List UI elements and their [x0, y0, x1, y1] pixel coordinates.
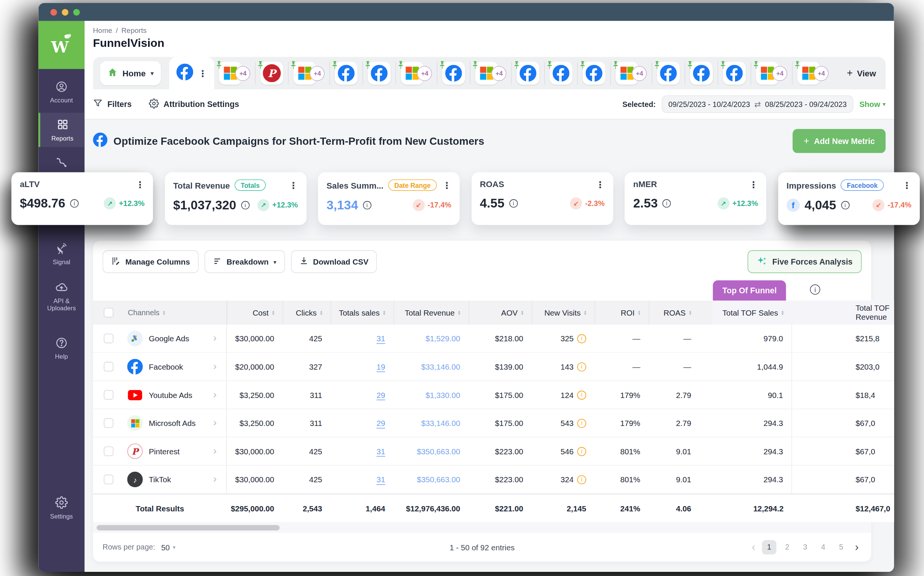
- column-header-total-tof-sales[interactable]: Total TOF Sales▴▾: [713, 301, 792, 325]
- column-header-new-visits[interactable]: New Visits▴▾: [532, 301, 595, 325]
- tab-platforms-group[interactable]: +4: [751, 62, 792, 85]
- sidebar-item-account[interactable]: Account: [38, 75, 85, 109]
- sort-icon[interactable]: ▴▾: [383, 310, 385, 315]
- tab-facebook[interactable]: [686, 62, 718, 85]
- row-checkbox[interactable]: [104, 362, 114, 371]
- info-icon[interactable]: i: [577, 362, 586, 371]
- breadcrumb-reports[interactable]: Reports: [121, 26, 147, 35]
- tab-facebook[interactable]: [652, 62, 685, 85]
- sidebar-item-signal[interactable]: Signal: [38, 236, 85, 270]
- tab-platforms-group[interactable]: +4: [289, 62, 329, 85]
- row-checkbox[interactable]: [104, 418, 114, 428]
- info-icon[interactable]: i: [841, 201, 849, 210]
- select-all-checkbox[interactable]: [104, 308, 114, 317]
- tab-menu-kebab-icon[interactable]: ⋮: [198, 69, 208, 78]
- info-icon[interactable]: i: [70, 199, 78, 208]
- column-header-roas[interactable]: ROAS▴▾: [649, 301, 700, 325]
- page-button-2[interactable]: 2: [780, 540, 795, 554]
- info-icon[interactable]: i: [241, 201, 249, 210]
- info-icon[interactable]: i: [577, 475, 586, 484]
- info-icon[interactable]: i: [509, 199, 517, 208]
- kebab-menu-icon[interactable]: ⋮: [749, 180, 758, 189]
- add-new-metric-button[interactable]: + Add New Metric: [793, 129, 886, 153]
- tab-facebook-active[interactable]: ⋮: [169, 57, 214, 90]
- sort-icon[interactable]: ▴▾: [272, 310, 274, 315]
- kebab-menu-icon[interactable]: ⋮: [136, 180, 145, 189]
- expand-row-chevron-icon[interactable]: ›: [213, 474, 217, 486]
- column-header-totals-sales[interactable]: Totals sales▴▾: [331, 301, 394, 325]
- sort-icon[interactable]: ▴▾: [689, 310, 691, 315]
- kebab-menu-icon[interactable]: ⋮: [902, 181, 911, 190]
- column-header-clicks[interactable]: Clicks▴▾: [283, 301, 331, 325]
- cell-value[interactable]: 31: [376, 447, 385, 456]
- tab-platforms-group[interactable]: +4: [793, 62, 834, 85]
- tab-home[interactable]: Home ▾: [100, 61, 161, 85]
- cell-value[interactable]: 19: [376, 362, 385, 371]
- kebab-menu-icon[interactable]: ⋮: [442, 181, 451, 190]
- tab-facebook[interactable]: [578, 62, 611, 85]
- channel-cell[interactable]: PPinterest›: [114, 437, 227, 465]
- info-icon[interactable]: i: [363, 201, 371, 210]
- row-checkbox[interactable]: [104, 334, 114, 343]
- column-header-roi[interactable]: ROI▴▾: [595, 301, 649, 325]
- tab-facebook[interactable]: [512, 62, 545, 85]
- cell-value[interactable]: 31: [376, 475, 385, 484]
- page-button-3[interactable]: 3: [798, 540, 812, 554]
- info-icon[interactable]: i: [577, 334, 586, 343]
- column-header-aov[interactable]: AOV▴▾: [468, 301, 532, 325]
- row-checkbox[interactable]: [104, 446, 114, 456]
- tab-facebook[interactable]: [363, 62, 396, 85]
- breakdown-button[interactable]: Breakdown ▾: [205, 250, 285, 273]
- maximize-window-button[interactable]: [73, 9, 80, 15]
- info-icon[interactable]: i: [577, 418, 586, 427]
- info-icon[interactable]: i: [662, 199, 671, 208]
- add-view-button[interactable]: + View: [847, 67, 879, 79]
- sidebar-item-settings[interactable]: Settings: [38, 491, 85, 525]
- manage-columns-button[interactable]: Manage Columns: [102, 250, 198, 273]
- page-button-5[interactable]: 5: [834, 540, 849, 554]
- kebab-menu-icon[interactable]: ⋮: [596, 180, 605, 189]
- cell-value[interactable]: 31: [376, 334, 385, 343]
- cell-value[interactable]: 29: [376, 418, 385, 427]
- sort-icon[interactable]: ▴▾: [638, 310, 640, 315]
- sort-icon[interactable]: ▴▾: [320, 310, 322, 315]
- sort-icon[interactable]: ▴▾: [459, 310, 460, 315]
- info-icon[interactable]: i: [577, 390, 586, 400]
- channel-cell[interactable]: Facebook›: [114, 353, 227, 381]
- column-header-total-tof-revenue[interactable]: Total TOF Revenue: [792, 301, 894, 325]
- channel-cell[interactable]: Microsoft Ads›: [114, 409, 227, 437]
- column-header-cost[interactable]: Cost▴▾: [227, 301, 283, 325]
- row-checkbox[interactable]: [104, 390, 114, 400]
- sort-icon[interactable]: ▴▾: [521, 310, 523, 315]
- previous-page-button[interactable]: ‹: [749, 541, 758, 553]
- app-logo[interactable]: W: [38, 21, 85, 69]
- expand-row-chevron-icon[interactable]: ›: [213, 445, 217, 457]
- tab-platforms-group[interactable]: +4: [470, 62, 511, 85]
- cell-value[interactable]: 29: [376, 390, 385, 400]
- sort-icon[interactable]: ▴▾: [163, 310, 165, 315]
- five-forces-analysis-button[interactable]: Five Forces Analysis: [748, 250, 861, 273]
- sidebar-item-api-uploaders[interactable]: API & Uploaders: [38, 275, 85, 317]
- tab-platforms-group[interactable]: +4: [396, 62, 437, 85]
- column-header-channels[interactable]: Channels▴▾: [114, 301, 227, 325]
- tab-platforms-group[interactable]: +4: [611, 62, 652, 85]
- date-range-picker[interactable]: 09/25/2023 - 10/24/2023 ⇄ 08/25/2023 - 0…: [662, 95, 853, 113]
- sidebar-item-help[interactable]: Help: [38, 331, 85, 365]
- sidebar-item-reports[interactable]: Reports: [38, 113, 85, 147]
- tab-pinterest[interactable]: P: [256, 62, 288, 85]
- tab-facebook[interactable]: [438, 62, 470, 85]
- tab-platforms-group[interactable]: +4: [214, 62, 255, 85]
- top-of-funnel-badge[interactable]: Top Of Funnel: [713, 280, 786, 301]
- row-checkbox[interactable]: [104, 475, 114, 484]
- breadcrumb-home[interactable]: Home: [93, 26, 112, 35]
- expand-row-chevron-icon[interactable]: ›: [213, 417, 217, 429]
- expand-row-chevron-icon[interactable]: ›: [213, 333, 217, 345]
- download-csv-button[interactable]: Download CSV: [291, 250, 377, 273]
- tab-facebook[interactable]: [718, 62, 751, 85]
- tab-facebook[interactable]: [330, 62, 363, 85]
- tof-info-icon[interactable]: i: [810, 285, 820, 295]
- sort-icon[interactable]: ▴▾: [782, 310, 783, 315]
- expand-row-chevron-icon[interactable]: ›: [213, 360, 217, 373]
- page-button-1[interactable]: 1: [762, 540, 776, 554]
- column-header-total-revenue[interactable]: Total Revenue▴▾: [394, 301, 468, 325]
